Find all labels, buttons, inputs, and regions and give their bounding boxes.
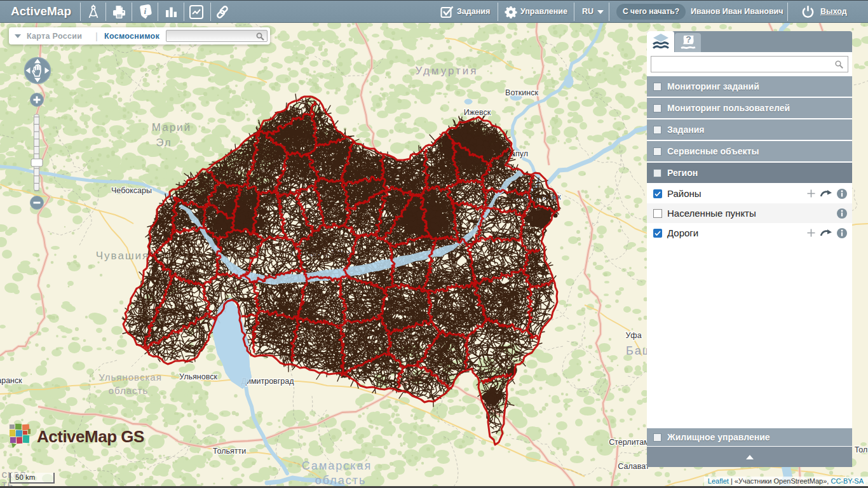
svg-text:Стерлитам: Стерлитам <box>609 438 649 447</box>
svg-text:Уфа: Уфа <box>625 331 641 340</box>
svg-text:?: ? <box>686 34 691 44</box>
svg-text:Самарская: Самарская <box>302 459 372 472</box>
svg-text:Марий: Марий <box>152 121 191 133</box>
svg-text:Ульяновская: Ульяновская <box>98 372 162 383</box>
svg-text:Ижевск: Ижевск <box>464 108 491 117</box>
svg-text:Тольятти: Тольятти <box>213 447 246 456</box>
svg-text:Салават: Салават <box>618 462 649 471</box>
svg-text:Эл: Эл <box>156 137 172 149</box>
svg-text:Чебоксары: Чебоксары <box>111 186 152 195</box>
svg-text:Ульяновск: Ульяновск <box>179 372 217 381</box>
svg-text:аранск: аранск <box>0 376 22 385</box>
svg-text:Удмуртия: Удмуртия <box>415 65 478 77</box>
svg-text:область: область <box>109 385 149 396</box>
svg-text:Чувашия: Чувашия <box>96 250 149 262</box>
svg-text:Тол: Тол <box>855 445 868 454</box>
svg-text:область: область <box>315 474 367 487</box>
svg-text:i: i <box>144 6 147 15</box>
svg-text:Воткинск: Воткинск <box>505 88 538 97</box>
